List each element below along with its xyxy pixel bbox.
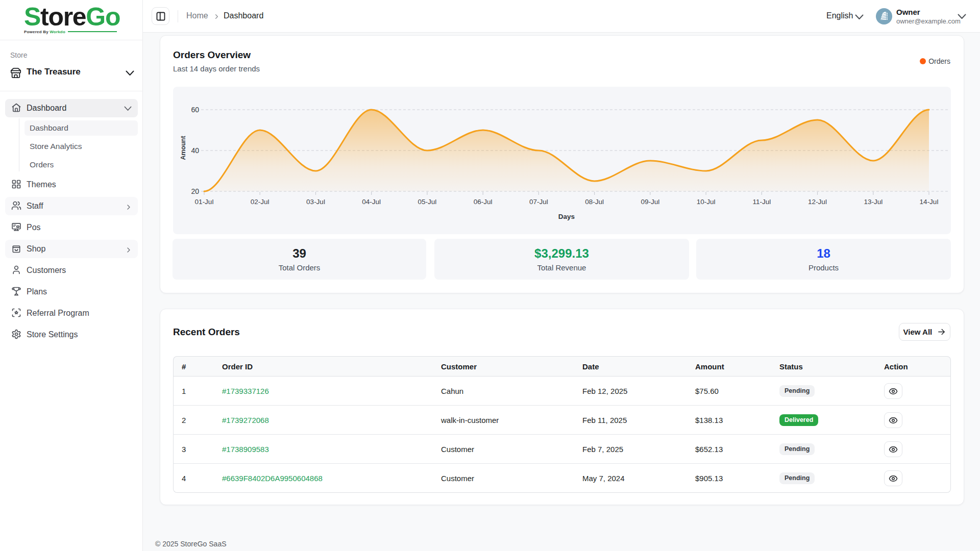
svg-text:09-Jul: 09-Jul — [641, 198, 659, 206]
svg-text:11-Jul: 11-Jul — [752, 198, 771, 206]
svg-text:60: 60 — [191, 106, 199, 114]
svg-text:01-Jul: 01-Jul — [195, 198, 214, 206]
svg-text:06-Jul: 06-Jul — [474, 198, 493, 206]
svg-text:07-Jul: 07-Jul — [529, 198, 548, 206]
svg-text:40: 40 — [191, 146, 199, 155]
svg-text:04-Jul: 04-Jul — [362, 198, 381, 206]
svg-text:Amount: Amount — [180, 136, 187, 160]
svg-text:12-Jul: 12-Jul — [808, 198, 827, 206]
svg-text:14-Jul: 14-Jul — [920, 198, 939, 206]
svg-text:Days: Days — [558, 213, 575, 220]
svg-text:20: 20 — [191, 187, 199, 195]
svg-text:03-Jul: 03-Jul — [306, 198, 325, 206]
svg-text:10-Jul: 10-Jul — [697, 198, 716, 206]
svg-text:13-Jul: 13-Jul — [864, 198, 883, 206]
svg-text:08-Jul: 08-Jul — [585, 198, 604, 206]
svg-text:02-Jul: 02-Jul — [251, 198, 270, 206]
svg-text:05-Jul: 05-Jul — [418, 198, 437, 206]
